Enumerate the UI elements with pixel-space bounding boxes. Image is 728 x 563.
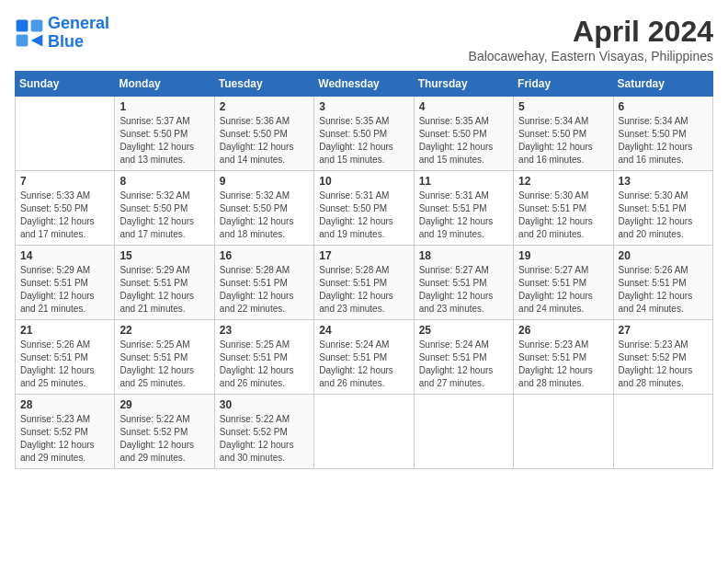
calendar-cell: 1Sunrise: 5:37 AMSunset: 5:50 PMDaylight… <box>115 97 214 171</box>
calendar-cell: 9Sunrise: 5:32 AMSunset: 5:50 PMDaylight… <box>214 171 313 246</box>
calendar-cell: 7Sunrise: 5:33 AMSunset: 5:50 PMDaylight… <box>16 171 115 246</box>
day-number: 6 <box>619 100 708 113</box>
svg-rect-0 <box>17 19 28 31</box>
calendar-cell: 4Sunrise: 5:35 AMSunset: 5:50 PMDaylight… <box>414 97 513 171</box>
day-number: 5 <box>518 100 608 113</box>
day-number: 30 <box>220 398 309 411</box>
calendar-cell: 13Sunrise: 5:30 AMSunset: 5:51 PMDayligh… <box>613 171 712 246</box>
calendar-cell: 27Sunrise: 5:23 AMSunset: 5:52 PMDayligh… <box>613 320 712 395</box>
calendar-cell: 11Sunrise: 5:31 AMSunset: 5:51 PMDayligh… <box>414 171 513 246</box>
day-number: 13 <box>619 175 708 188</box>
calendar-cell: 28Sunrise: 5:23 AMSunset: 5:52 PMDayligh… <box>16 395 115 469</box>
calendar-week-row: 21Sunrise: 5:26 AMSunset: 5:51 PMDayligh… <box>16 320 713 395</box>
day-number: 10 <box>319 175 408 188</box>
calendar-header-row: SundayMondayTuesdayWednesdayThursdayFrid… <box>16 72 713 97</box>
day-info: Sunrise: 5:31 AMSunset: 5:51 PMDaylight:… <box>419 190 508 241</box>
calendar-cell <box>514 395 613 469</box>
calendar-cell: 21Sunrise: 5:26 AMSunset: 5:51 PMDayligh… <box>16 320 115 395</box>
calendar-cell <box>314 395 414 469</box>
day-number: 3 <box>319 100 408 113</box>
svg-rect-2 <box>17 34 28 46</box>
day-number: 17 <box>319 249 408 262</box>
day-info: Sunrise: 5:26 AMSunset: 5:51 PMDaylight:… <box>20 339 109 390</box>
day-number: 25 <box>419 324 508 337</box>
day-number: 11 <box>419 175 508 188</box>
day-info: Sunrise: 5:25 AMSunset: 5:51 PMDaylight:… <box>119 339 209 390</box>
day-number: 1 <box>119 100 209 113</box>
day-number: 26 <box>518 324 608 337</box>
calendar-cell: 25Sunrise: 5:24 AMSunset: 5:51 PMDayligh… <box>414 320 513 395</box>
calendar-cell: 29Sunrise: 5:22 AMSunset: 5:52 PMDayligh… <box>115 395 214 469</box>
day-number: 2 <box>220 100 309 113</box>
day-number: 29 <box>119 398 209 411</box>
logo-icon <box>15 18 44 48</box>
day-info: Sunrise: 5:32 AMSunset: 5:50 PMDaylight:… <box>119 190 209 241</box>
day-info: Sunrise: 5:34 AMSunset: 5:50 PMDaylight:… <box>518 115 608 167</box>
calendar-cell: 23Sunrise: 5:25 AMSunset: 5:51 PMDayligh… <box>214 320 313 395</box>
day-number: 18 <box>419 249 508 262</box>
day-info: Sunrise: 5:30 AMSunset: 5:51 PMDaylight:… <box>619 190 708 241</box>
day-info: Sunrise: 5:29 AMSunset: 5:51 PMDaylight:… <box>20 264 109 316</box>
calendar-cell: 22Sunrise: 5:25 AMSunset: 5:51 PMDayligh… <box>115 320 214 395</box>
day-info: Sunrise: 5:37 AMSunset: 5:50 PMDaylight:… <box>119 115 209 167</box>
day-info: Sunrise: 5:35 AMSunset: 5:50 PMDaylight:… <box>419 115 508 167</box>
title-block: April 2024 Balocawehay, Eastern Visayas,… <box>469 15 713 63</box>
day-info: Sunrise: 5:27 AMSunset: 5:51 PMDaylight:… <box>419 264 508 316</box>
day-number: 22 <box>119 324 209 337</box>
day-number: 16 <box>220 249 309 262</box>
calendar-cell: 10Sunrise: 5:31 AMSunset: 5:50 PMDayligh… <box>314 171 414 246</box>
day-info: Sunrise: 5:29 AMSunset: 5:51 PMDaylight:… <box>119 264 209 316</box>
day-number: 19 <box>518 249 608 262</box>
day-number: 28 <box>20 398 109 411</box>
calendar-week-row: 14Sunrise: 5:29 AMSunset: 5:51 PMDayligh… <box>16 246 713 320</box>
day-number: 21 <box>20 324 109 337</box>
month-title: April 2024 <box>469 15 713 49</box>
calendar-cell <box>613 395 712 469</box>
day-info: Sunrise: 5:26 AMSunset: 5:51 PMDaylight:… <box>619 264 708 316</box>
calendar-week-row: 7Sunrise: 5:33 AMSunset: 5:50 PMDaylight… <box>16 171 713 246</box>
page-header: General Blue April 2024 Balocawehay, Eas… <box>15 15 713 63</box>
day-number: 4 <box>419 100 508 113</box>
calendar-cell: 16Sunrise: 5:28 AMSunset: 5:51 PMDayligh… <box>214 246 313 320</box>
calendar-cell: 30Sunrise: 5:22 AMSunset: 5:52 PMDayligh… <box>214 395 313 469</box>
calendar-week-row: 28Sunrise: 5:23 AMSunset: 5:52 PMDayligh… <box>16 395 713 469</box>
day-info: Sunrise: 5:23 AMSunset: 5:52 PMDaylight:… <box>20 413 109 465</box>
logo-text: General Blue <box>48 15 109 52</box>
day-info: Sunrise: 5:36 AMSunset: 5:50 PMDaylight:… <box>220 115 309 167</box>
header-sunday: Sunday <box>16 72 115 97</box>
calendar-cell: 5Sunrise: 5:34 AMSunset: 5:50 PMDaylight… <box>514 97 613 171</box>
day-number: 15 <box>119 249 209 262</box>
calendar-cell: 24Sunrise: 5:24 AMSunset: 5:51 PMDayligh… <box>314 320 414 395</box>
day-info: Sunrise: 5:24 AMSunset: 5:51 PMDaylight:… <box>419 339 508 390</box>
day-info: Sunrise: 5:23 AMSunset: 5:52 PMDaylight:… <box>619 339 708 390</box>
day-number: 24 <box>319 324 408 337</box>
calendar-cell: 3Sunrise: 5:35 AMSunset: 5:50 PMDaylight… <box>314 97 414 171</box>
calendar-table: SundayMondayTuesdayWednesdayThursdayFrid… <box>15 71 713 469</box>
calendar-week-row: 1Sunrise: 5:37 AMSunset: 5:50 PMDaylight… <box>16 97 713 171</box>
calendar-cell: 2Sunrise: 5:36 AMSunset: 5:50 PMDaylight… <box>214 97 313 171</box>
header-friday: Friday <box>514 72 613 97</box>
day-info: Sunrise: 5:31 AMSunset: 5:50 PMDaylight:… <box>319 190 408 241</box>
day-info: Sunrise: 5:33 AMSunset: 5:50 PMDaylight:… <box>20 190 109 241</box>
day-info: Sunrise: 5:34 AMSunset: 5:50 PMDaylight:… <box>619 115 708 167</box>
header-monday: Monday <box>115 72 214 97</box>
calendar-cell: 6Sunrise: 5:34 AMSunset: 5:50 PMDaylight… <box>613 97 712 171</box>
day-number: 14 <box>20 249 109 262</box>
day-info: Sunrise: 5:27 AMSunset: 5:51 PMDaylight:… <box>518 264 608 316</box>
day-info: Sunrise: 5:30 AMSunset: 5:51 PMDaylight:… <box>518 190 608 241</box>
calendar-cell: 19Sunrise: 5:27 AMSunset: 5:51 PMDayligh… <box>514 246 613 320</box>
logo-blue: Blue <box>48 33 109 52</box>
day-number: 12 <box>518 175 608 188</box>
logo: General Blue <box>15 15 109 52</box>
calendar-cell: 26Sunrise: 5:23 AMSunset: 5:51 PMDayligh… <box>514 320 613 395</box>
calendar-cell: 18Sunrise: 5:27 AMSunset: 5:51 PMDayligh… <box>414 246 513 320</box>
header-saturday: Saturday <box>613 72 712 97</box>
day-number: 8 <box>119 175 209 188</box>
day-number: 7 <box>20 175 109 188</box>
calendar-cell: 8Sunrise: 5:32 AMSunset: 5:50 PMDaylight… <box>115 171 214 246</box>
day-info: Sunrise: 5:24 AMSunset: 5:51 PMDaylight:… <box>319 339 408 390</box>
day-info: Sunrise: 5:22 AMSunset: 5:52 PMDaylight:… <box>220 413 309 465</box>
location-subtitle: Balocawehay, Eastern Visayas, Philippine… <box>469 49 713 63</box>
day-info: Sunrise: 5:32 AMSunset: 5:50 PMDaylight:… <box>220 190 309 241</box>
calendar-cell: 17Sunrise: 5:28 AMSunset: 5:51 PMDayligh… <box>314 246 414 320</box>
